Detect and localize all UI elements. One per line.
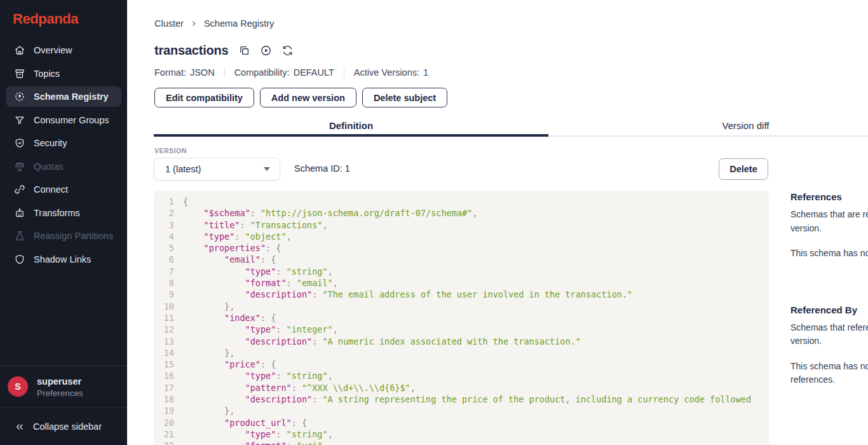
code-line: "format": "email", [183,277,769,289]
schema-id-value: 1 [345,163,350,174]
chevron-right-icon [189,19,198,28]
tab-version-diff[interactable]: Version diff [548,118,868,137]
main-content: Cluster Schema Registry transactions For… [127,0,868,445]
breadcrumb-schema-registry: Schema Registry [204,18,274,29]
sidebar-item-consumer-groups[interactable]: Consumer Groups [6,110,121,130]
sidebar-item-overview[interactable]: Overview [6,40,121,60]
code-line: "$schema": "http://json-schema.org/draft… [183,207,769,219]
delete-subject-button[interactable]: Delete subject [362,88,447,107]
tab-bar: DefinitionVersion diff [154,118,868,137]
copy-icon[interactable] [238,44,250,57]
code-line: }, [183,301,769,312]
scale-icon [14,161,25,172]
schema-id-label: Schema ID: [294,163,342,174]
sidebar-item-label: Connect [34,184,68,195]
compatibility-value: DEFAULT [294,67,334,78]
code-line: "title": "Transactions", [183,219,769,231]
code-line: "description": "A numeric index associat… [183,336,769,347]
flask-icon [14,230,25,242]
title-row: transactions [154,43,294,58]
code-line: "type": "object", [183,231,769,242]
sidebar-item-label: Topics [34,69,60,79]
version-label: VERSION [154,147,187,154]
sidebar-item-quotas: Quotas [6,156,121,177]
code-line: "format": "uri" [183,440,769,445]
code-line: "type": "string", [183,266,769,277]
sidebar: Redpanda OverviewTopicsSchema RegistryCo… [0,0,127,445]
schema-meta-row: Format: JSON Compatibility: DEFAULT Acti… [154,67,428,78]
sidebar-item-reassign-partitions: Reassign Partitions [6,226,121,246]
code-line: { [183,196,769,207]
code-line: "product_url": { [183,417,769,428]
divider [344,67,344,78]
sidebar-item-schema-registry[interactable]: Schema Registry [6,86,121,107]
referenced-by-title: Referenced By [790,304,868,317]
schema-definition-code: 12345678910111213141516171819202122 { "$… [154,191,769,445]
link-icon [14,184,25,195]
redpanda-logo: Redpanda [13,11,78,27]
sidebar-item-label: Consumer Groups [34,115,109,125]
schema-id: Schema ID: 1 [294,163,350,174]
sidebar-item-connect[interactable]: Connect [6,179,121,200]
references-description: Schemas that are referenced in thisversi… [790,208,868,235]
double-chevron-left-icon [14,421,25,432]
code-line: "type": "integer", [183,324,769,335]
version-select-value: 1 (latest) [165,164,201,174]
avatar[interactable]: S [8,376,28,397]
code-line: }, [183,347,769,359]
active-versions-value: 1 [423,67,428,78]
code-line: "pattern": "^XXX \\d+\\.\\d{6}$", [183,382,769,394]
sidebar-item-label: Transforms [34,208,80,218]
referenced-by-description: Schemas that reference thisversion. [790,321,868,348]
play-circle-icon[interactable] [260,44,272,57]
action-buttons: Edit compatibility Add new version Delet… [154,88,447,107]
user-preferences-link[interactable]: Preferences [37,388,83,398]
tab-definition[interactable]: Definition [154,118,548,137]
collapse-sidebar-button[interactable]: Collapse sidebar [0,407,127,445]
sidebar-item-label: Security [34,138,67,148]
code-line: "type": "string", [183,428,769,440]
topics-icon [14,68,25,79]
sidebar-item-label: Reassign Partitions [34,231,113,241]
active-versions-label: Active Versions: [354,67,419,78]
robot-icon [14,207,25,219]
sidebar-item-label: Shadow Links [34,254,91,264]
sidebar-item-transforms[interactable]: Transforms [6,203,121,223]
format-label: Format: [154,67,186,78]
breadcrumb: Cluster Schema Registry [154,18,274,29]
funnel-icon [14,114,25,126]
code-line: "properties": { [183,242,769,254]
code-lines: { "$schema": "http://json-schema.org/dra… [183,196,769,445]
references-empty-text: This schema has no references. [790,247,868,261]
sidebar-item-shadow-links[interactable]: Shadow Links [6,249,121,270]
refresh-icon[interactable] [281,44,294,57]
breadcrumb-cluster[interactable]: Cluster [154,18,184,29]
shield-icon [14,254,25,265]
line-numbers: 12345678910111213141516171819202122 [161,196,174,445]
sidebar-item-label: Overview [34,45,72,55]
format-value: JSON [190,67,215,78]
divider [224,67,225,78]
code-line: "description": "The email address of the… [183,289,769,300]
add-new-version-button[interactable]: Add new version [260,88,356,107]
code-line: "type": "string", [183,370,769,381]
edit-compatibility-button[interactable]: Edit compatibility [154,88,254,107]
schema-registry-icon [14,91,25,102]
referenced-by-empty-text: This schema has no incomingreferences. [790,360,868,387]
user-name: superuser [37,376,81,387]
code-line: "index": { [183,312,769,324]
references-title: References [790,191,868,203]
compatibility-label: Compatibility: [234,67,290,78]
references-panel: References Schemas that are referenced i… [790,191,868,387]
sidebar-item-label: Quotas [34,161,64,172]
delete-version-button[interactable]: Delete [719,158,768,180]
sidebar-item-topics[interactable]: Topics [6,64,121,84]
code-line: "description": "A string representing th… [183,394,769,405]
user-section[interactable]: S superuser Preferences [0,366,127,407]
home-icon [14,44,25,56]
version-select[interactable]: 1 (latest) [154,158,280,181]
page-title: transactions [154,43,229,58]
code-line: "email": { [183,254,769,265]
sidebar-item-label: Schema Registry [34,92,109,102]
sidebar-item-security[interactable]: Security [6,133,121,153]
